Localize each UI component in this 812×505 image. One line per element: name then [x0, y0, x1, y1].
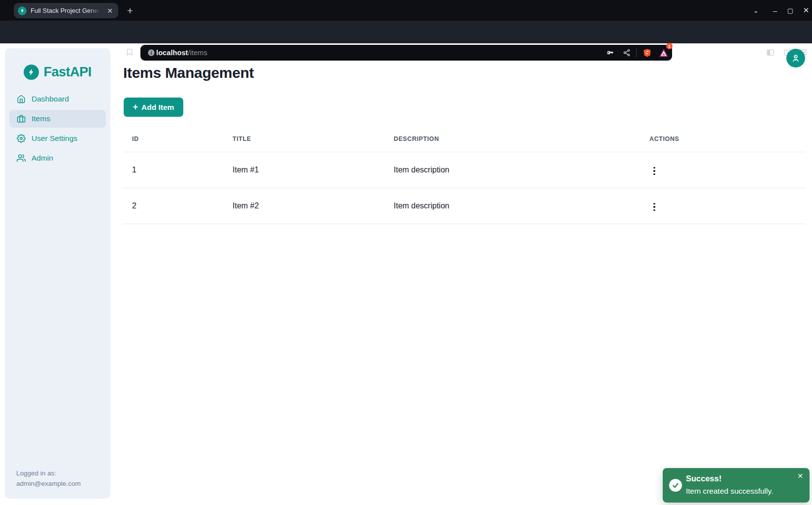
- cell-description: Item description: [384, 152, 640, 188]
- sidebar-item-user-settings[interactable]: User Settings: [9, 130, 106, 147]
- sidebar-toggle-icon[interactable]: [763, 45, 777, 59]
- sidebar-item-label: Admin: [32, 154, 53, 163]
- new-tab-button[interactable]: +: [123, 4, 137, 18]
- bookmark-icon[interactable]: [123, 45, 136, 59]
- logged-in-info: Logged in as: admin@example.com: [16, 468, 81, 489]
- url-host: localhost: [156, 49, 188, 57]
- password-key-icon[interactable]: [604, 45, 616, 61]
- logged-in-label: Logged in as:: [16, 468, 81, 478]
- tab-search-chevron-icon[interactable]: ⌄: [751, 0, 760, 21]
- tab-close-icon[interactable]: ✕: [105, 6, 114, 15]
- sidebar-item-dashboard[interactable]: Dashboard: [9, 90, 106, 108]
- rewards-badge: 1: [666, 43, 673, 49]
- sidebar-item-items[interactable]: Items: [9, 110, 106, 128]
- app-sidebar: FastAPI Dashboard Items User Settings Ad…: [5, 48, 110, 499]
- address-bar[interactable]: localhost/items 1: [140, 45, 672, 61]
- table-row: 2 Item #2 Item description: [123, 188, 806, 224]
- url-path: /items: [188, 49, 207, 57]
- cell-id: 2: [123, 188, 223, 224]
- logo-text: FastAPI: [43, 65, 91, 80]
- table-row: 1 Item #1 Item description: [123, 152, 806, 188]
- home-icon: [17, 95, 26, 103]
- cell-description: Item description: [384, 188, 640, 224]
- site-info-icon[interactable]: [147, 45, 155, 61]
- brave-rewards-icon[interactable]: 1: [658, 45, 670, 61]
- browser-toolbar: localhost/items 1: [0, 21, 812, 43]
- toast-title: Success!: [686, 474, 721, 483]
- add-item-label: Add Item: [141, 103, 174, 112]
- sidebar-item-label: User Settings: [32, 134, 77, 143]
- column-header-id: ID: [123, 126, 223, 152]
- window-maximize-button[interactable]: ▢: [786, 0, 795, 21]
- user-avatar-button[interactable]: [786, 49, 805, 67]
- logged-in-email: admin@example.com: [16, 478, 81, 489]
- window-close-button[interactable]: ✕: [802, 0, 811, 21]
- cell-title: Item #2: [223, 188, 384, 224]
- cell-id: 1: [123, 152, 223, 188]
- tab-title: Full Stack Project Genera: [31, 7, 102, 14]
- sidebar-item-admin[interactable]: Admin: [9, 149, 106, 167]
- share-icon[interactable]: [621, 45, 633, 61]
- items-table: ID TITLE DESCRIPTION ACTIONS 1 Item #1 I…: [123, 126, 806, 224]
- url-text: localhost/items: [156, 49, 207, 57]
- check-circle-icon: [669, 479, 682, 492]
- success-toast: Success! Item created successfully. ✕: [663, 468, 810, 503]
- fastapi-logo: FastAPI: [5, 65, 110, 80]
- page-title: Items Management: [123, 65, 254, 81]
- user-icon: [791, 53, 801, 63]
- row-actions-kebab-icon[interactable]: [649, 200, 659, 214]
- column-header-title: TITLE: [223, 126, 384, 152]
- toast-message: Item created successfully.: [686, 487, 773, 496]
- column-header-description: DESCRIPTION: [384, 126, 640, 152]
- toast-close-icon[interactable]: ✕: [795, 471, 805, 481]
- divider: [636, 48, 637, 57]
- users-icon: [17, 154, 26, 163]
- table-header-row: ID TITLE DESCRIPTION ACTIONS: [123, 126, 806, 152]
- screen: Full Stack Project Genera ✕ + ⌄ – ▢ ✕ lo…: [0, 0, 812, 505]
- plus-icon: +: [133, 102, 138, 111]
- brave-shield-icon[interactable]: [641, 45, 653, 61]
- row-actions-kebab-icon[interactable]: [649, 164, 659, 178]
- sidebar-nav: Dashboard Items User Settings Admin: [9, 90, 106, 167]
- add-item-button[interactable]: + Add Item: [124, 98, 183, 117]
- fastapi-bolt-icon: [24, 65, 39, 80]
- briefcase-icon: [17, 114, 26, 123]
- sidebar-item-label: Items: [32, 114, 50, 123]
- browser-tab-bar: Full Stack Project Genera ✕ + ⌄ – ▢ ✕: [0, 0, 812, 21]
- fastapi-favicon-icon: [18, 6, 27, 15]
- cell-title: Item #1: [223, 152, 384, 188]
- browser-tab[interactable]: Full Stack Project Genera ✕: [14, 3, 118, 18]
- column-header-actions: ACTIONS: [640, 126, 806, 152]
- gear-icon: [17, 134, 26, 143]
- sidebar-item-label: Dashboard: [32, 95, 69, 103]
- window-minimize-button[interactable]: –: [771, 0, 779, 21]
